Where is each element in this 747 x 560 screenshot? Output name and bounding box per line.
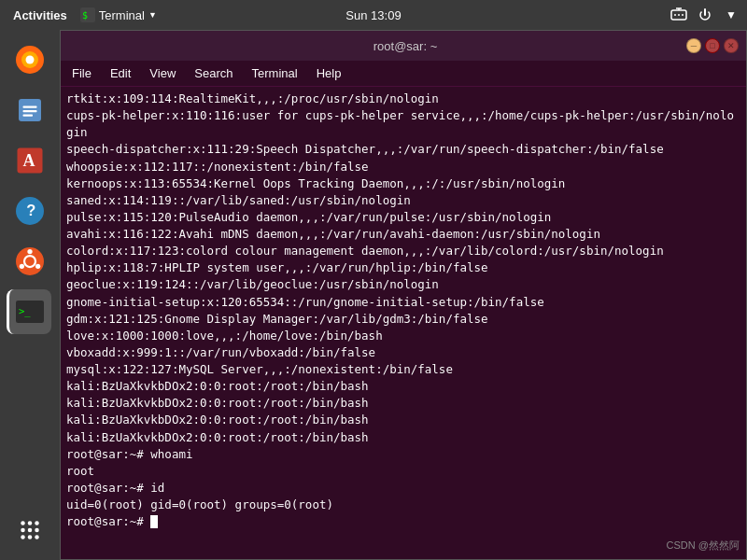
- menu-terminal[interactable]: Terminal: [245, 64, 305, 82]
- svg-point-21: [27, 249, 32, 254]
- svg-rect-13: [23, 110, 37, 112]
- terminal-window: root@sar: ~ ─ □ ✕ File Edit View Search …: [60, 30, 747, 560]
- sidebar-item-terminal[interactable]: >_: [7, 289, 51, 334]
- svg-point-7: [682, 14, 684, 16]
- terminal-icon: $: [80, 7, 95, 22]
- top-bar-left: Activities $ Terminal ▼: [7, 7, 157, 24]
- minimize-button[interactable]: ─: [686, 38, 701, 53]
- terminal-output[interactable]: rtkit:x:109:114:RealtimeKit,,,:/proc/usr…: [61, 87, 746, 559]
- svg-point-6: [678, 14, 680, 16]
- svg-point-10: [26, 56, 35, 64]
- watermark: CSDN @然然阿: [667, 539, 740, 553]
- svg-point-31: [35, 528, 39, 533]
- sidebar-item-text-editor[interactable]: A: [7, 138, 52, 183]
- menu-search[interactable]: Search: [187, 64, 240, 82]
- svg-point-22: [35, 264, 40, 269]
- sidebar-item-apps[interactable]: [7, 508, 52, 553]
- svg-point-34: [35, 535, 39, 539]
- menu-file[interactable]: File: [64, 64, 99, 82]
- sidebar-item-help[interactable]: ?: [7, 189, 52, 233]
- maximize-button[interactable]: □: [705, 38, 720, 53]
- window-controls: ─ □ ✕: [686, 38, 739, 53]
- svg-point-28: [35, 521, 39, 525]
- top-bar: Activities $ Terminal ▼ Sun 13:09: [0, 0, 747, 30]
- settings-dropdown-icon[interactable]: ▼: [723, 7, 740, 23]
- menu-edit[interactable]: Edit: [103, 64, 138, 82]
- svg-text:?: ?: [26, 202, 35, 218]
- sidebar: A ? >_: [0, 30, 60, 560]
- svg-point-30: [28, 528, 33, 533]
- power-icon[interactable]: [697, 7, 713, 23]
- svg-text:>_: >_: [19, 305, 31, 317]
- menu-view[interactable]: View: [142, 64, 183, 82]
- datetime-display: Sun 13:09: [345, 8, 401, 22]
- terminal-titlebar: root@sar: ~ ─ □ ✕: [61, 31, 746, 61]
- svg-point-26: [21, 521, 25, 525]
- terminal-taskbar-button[interactable]: $ Terminal ▼: [80, 7, 157, 22]
- svg-point-5: [674, 14, 676, 16]
- svg-rect-14: [23, 115, 34, 117]
- svg-point-33: [28, 535, 33, 539]
- svg-point-29: [21, 528, 25, 533]
- terminal-label: Terminal: [99, 8, 145, 22]
- svg-text:A: A: [23, 151, 35, 170]
- top-bar-right: ▼: [670, 7, 740, 23]
- svg-rect-12: [23, 106, 37, 108]
- sidebar-item-files[interactable]: [7, 88, 52, 133]
- terminal-title: root@sar: ~: [124, 39, 686, 53]
- network-icon[interactable]: [670, 7, 687, 23]
- terminal-menu-bar: File Edit View Search Terminal Help: [61, 61, 746, 87]
- svg-point-27: [28, 521, 33, 525]
- sidebar-item-firefox[interactable]: [7, 37, 52, 82]
- terminal-dropdown-icon: ▼: [148, 10, 157, 20]
- close-button[interactable]: ✕: [724, 38, 739, 53]
- sidebar-item-ubuntu[interactable]: [7, 239, 52, 284]
- svg-point-23: [20, 264, 24, 269]
- svg-text:$: $: [82, 10, 88, 21]
- activities-button[interactable]: Activities: [7, 7, 73, 24]
- svg-point-32: [21, 535, 25, 539]
- menu-help[interactable]: Help: [309, 64, 349, 82]
